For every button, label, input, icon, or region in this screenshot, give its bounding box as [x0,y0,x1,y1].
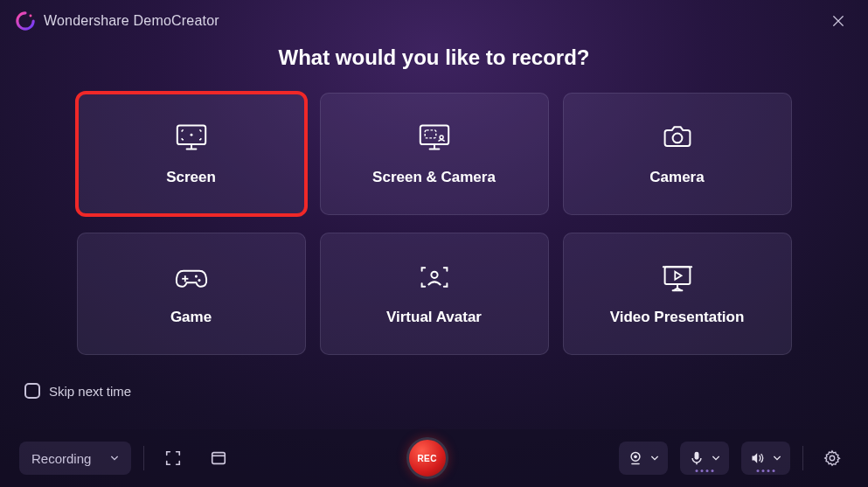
microphone-icon [689,450,705,466]
divider [143,446,144,470]
brand: Wondershare DemoCreator [16,11,219,31]
settings-button[interactable] [816,442,849,475]
svg-rect-22 [212,453,226,464]
speaker-icon [750,450,766,466]
svg-point-9 [440,136,443,139]
checkbox-icon [24,383,40,399]
svg-rect-8 [425,130,436,138]
svg-point-0 [29,15,31,17]
chevron-down-icon [110,454,119,463]
skip-label: Skip next time [49,384,131,399]
svg-point-13 [194,275,197,278]
option-screen-camera[interactable]: Screen & Camera [320,93,549,215]
record-options-grid: Screen Screen & Camera Camera [0,93,868,355]
screen-camera-icon [415,122,454,153]
screen-icon [172,122,211,153]
record-label: REC [417,454,437,463]
app-logo-icon [16,11,35,31]
capture-area-icon [164,449,182,467]
mode-label: Recording [31,451,91,466]
option-virtual-avatar[interactable]: Virtual Avatar [320,233,549,355]
option-label: Video Presentation [610,309,745,326]
indicator-dots [696,470,714,472]
chevron-down-icon [712,454,720,463]
webcam-icon [628,450,643,466]
svg-point-10 [672,134,682,143]
record-button[interactable]: REC [406,437,448,479]
bottom-toolbar: Recording REC [0,429,868,487]
close-button[interactable] [824,7,852,35]
app-title: Wondershare DemoCreator [44,13,219,29]
prompt-heading: What would you like to record? [0,45,868,70]
option-game[interactable]: Game [77,233,306,355]
indicator-dots [757,470,775,472]
svg-rect-16 [664,267,690,284]
title-bar: Wondershare DemoCreator [0,0,868,38]
microphone-dropdown[interactable] [680,442,729,475]
option-label: Game [170,309,212,326]
chevron-down-icon [773,454,781,463]
avatar-scan-icon [415,261,454,293]
window-icon [210,449,227,467]
system-audio-dropdown[interactable] [741,442,790,475]
option-label: Screen & Camera [372,169,496,186]
chevron-down-icon [650,454,659,463]
svg-point-28 [830,456,834,460]
option-camera[interactable]: Camera [563,93,792,215]
svg-point-15 [431,272,437,278]
webcam-dropdown[interactable] [619,442,668,475]
option-screen[interactable]: Screen [77,93,306,215]
capture-area-button[interactable] [156,442,190,475]
close-icon [832,15,844,27]
svg-point-25 [634,455,637,458]
svg-point-14 [198,279,200,282]
gear-icon [823,449,841,467]
skip-next-time-checkbox[interactable]: Skip next time [24,383,131,399]
svg-point-4 [190,134,192,136]
svg-rect-26 [695,452,699,460]
option-label: Camera [649,169,704,186]
option-label: Screen [166,169,216,186]
window-select-button[interactable] [202,442,235,475]
option-label: Virtual Avatar [386,309,482,326]
camera-icon [658,122,697,153]
gamepad-icon [172,261,211,293]
presentation-icon [658,261,697,293]
mode-dropdown[interactable]: Recording [19,442,131,475]
divider [802,446,803,470]
option-video-presentation[interactable]: Video Presentation [563,233,792,355]
